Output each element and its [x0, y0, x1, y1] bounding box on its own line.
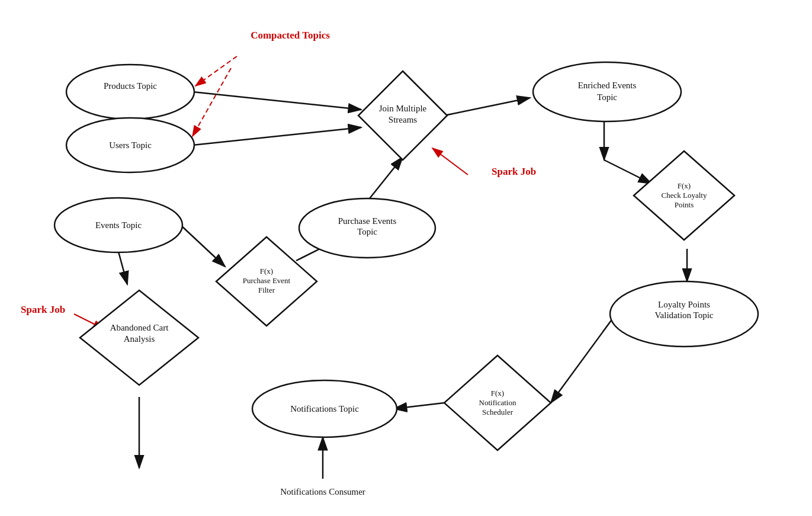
products-topic-shape: [66, 65, 194, 119]
enriched-events-shape: [533, 62, 681, 121]
enriched-events-label1: Enriched Events: [578, 81, 637, 90]
purchase-events-label2: Topic: [357, 227, 377, 236]
notification-scheduler-label2: Notification: [479, 398, 516, 407]
abandoned-cart-label1: Abandoned Cart: [110, 323, 169, 332]
users-topic-label: Users Topic: [109, 140, 152, 150]
join-multiple-label1: Join Multiple: [379, 104, 427, 113]
spark-job-label-1: Spark Job: [492, 166, 536, 177]
abandoned-cart-label2: Analysis: [124, 334, 155, 344]
notification-scheduler-label3: Scheduler: [482, 408, 513, 416]
notification-scheduler-label1: F(x): [491, 389, 504, 398]
compacted-topics-label: Compacted Topics: [251, 30, 330, 41]
purchase-events-label1: Purchase Events: [338, 216, 397, 226]
enriched-events-label2: Topic: [597, 92, 617, 102]
events-topic-label: Events Topic: [95, 220, 142, 230]
loyalty-points-label1: Loyalty Points: [658, 300, 710, 309]
purchase-filter-label3: Filter: [258, 286, 275, 294]
purchase-filter-label1: F(x): [260, 267, 273, 275]
check-loyalty-label3: Points: [675, 200, 694, 209]
notifications-topic-label: Notifications Topic: [290, 404, 359, 414]
check-loyalty-label1: F(x): [678, 181, 691, 190]
notifications-consumer-label: Notifications Consumer: [280, 487, 365, 496]
join-multiple-label2: Streams: [389, 115, 417, 124]
products-topic-label: Products Topic: [104, 81, 157, 91]
purchase-filter-label2: Purchase Event: [243, 276, 291, 285]
spark-job-label-2: Spark Job: [21, 304, 65, 315]
loyalty-points-label2: Validation Topic: [654, 310, 713, 320]
check-loyalty-label2: Check Loyalty: [662, 191, 707, 200]
